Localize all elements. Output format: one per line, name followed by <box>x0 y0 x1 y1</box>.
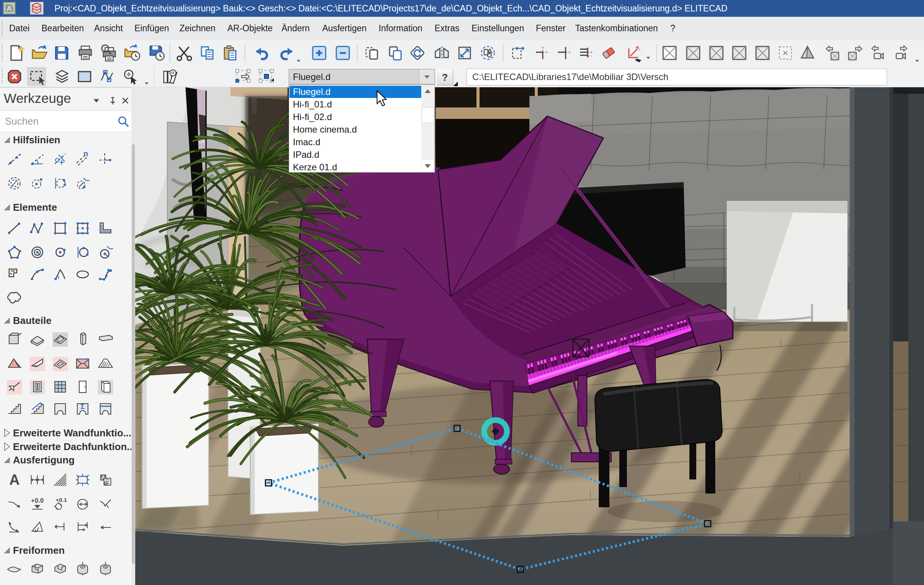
svg-text:+0.0: +0.0 <box>31 497 44 504</box>
svg-text:Ausfertigung: Ausfertigung <box>13 454 75 466</box>
svg-text:Freiformen: Freiformen <box>13 545 65 556</box>
svg-text:A: A <box>9 472 20 488</box>
svg-text:Erweiterte Dachfunktion...: Erweiterte Dachfunktion... <box>13 441 131 452</box>
svg-text:A: A <box>7 5 12 13</box>
svg-text:n: n <box>83 149 88 158</box>
svg-text:Hilfslinien: Hilfslinien <box>13 134 60 145</box>
svg-text:+0.1: +0.1 <box>56 497 67 503</box>
svg-text:Σ: Σ <box>81 403 85 410</box>
svg-text:Elemente: Elemente <box>13 202 57 213</box>
svg-text:Bauteile: Bauteile <box>13 315 51 326</box>
svg-text:Erweiterte Wandfunktio...: Erweiterte Wandfunktio... <box>13 427 131 439</box>
